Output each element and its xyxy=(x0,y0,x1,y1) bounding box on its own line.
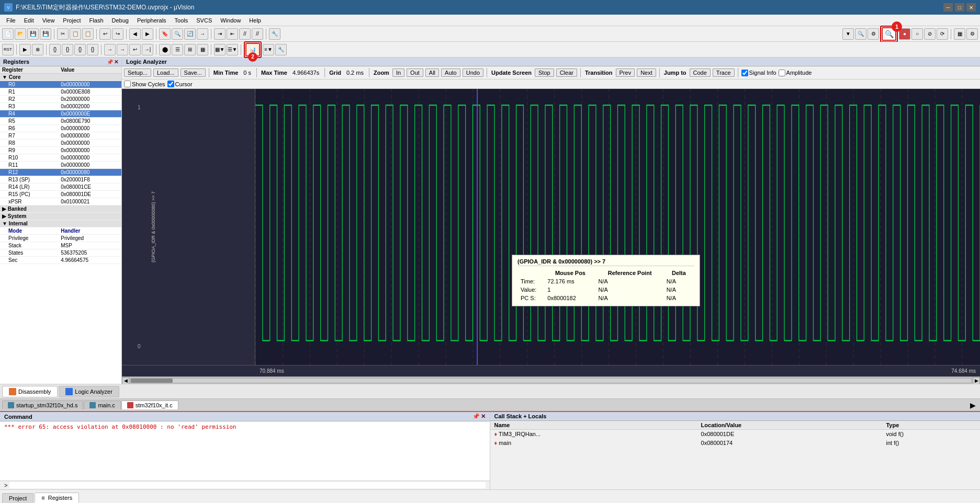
command-input-field[interactable] xyxy=(9,482,485,488)
serial-debug-btn[interactable]: ≡▼ xyxy=(263,44,274,55)
indent-button[interactable]: ⇥ xyxy=(214,28,226,40)
reg-section-banked_section[interactable]: Banked xyxy=(0,205,121,213)
la-signalinfo-checkbox[interactable] xyxy=(741,70,748,76)
brace4-button[interactable]: {} xyxy=(87,44,98,55)
stop-run-button[interactable]: ⊗ xyxy=(32,44,43,55)
command-close-icon[interactable]: ✕ xyxy=(481,413,486,420)
open-file-button[interactable]: 📂 xyxy=(15,28,26,40)
la-load-button[interactable]: Load... xyxy=(153,68,178,77)
reg-core-section[interactable]: Core xyxy=(0,74,121,81)
uncomment-button[interactable]: // xyxy=(252,28,263,40)
paste-button[interactable]: 📋 xyxy=(82,28,94,40)
save-all-button[interactable]: 💾 xyxy=(40,28,51,40)
la-zoom-auto-button[interactable]: Auto xyxy=(441,68,460,77)
tab-project[interactable]: Project xyxy=(2,493,33,503)
unindent-button[interactable]: ⇤ xyxy=(227,28,238,40)
undo-button[interactable]: ↩ xyxy=(99,28,111,40)
redo-button[interactable]: ↪ xyxy=(112,28,123,40)
tab-logic-analyzer[interactable]: Logic Analyzer xyxy=(59,386,119,397)
view-debug-button[interactable]: 🔍 xyxy=(855,28,866,40)
reg-section-system_section[interactable]: System xyxy=(0,213,121,220)
la-cursor-check[interactable]: Cursor xyxy=(167,81,193,87)
la-save-button[interactable]: Save... xyxy=(181,68,206,77)
menu-debug[interactable]: Debug xyxy=(108,16,133,25)
nav-fwd-button[interactable]: ▶ xyxy=(142,28,153,40)
maximize-button[interactable]: □ xyxy=(955,3,964,12)
tab-registers[interactable]: ≡ Registers xyxy=(35,493,79,503)
save-button[interactable]: 💾 xyxy=(27,28,39,40)
replace-button[interactable]: 🔄 xyxy=(184,28,196,40)
la-stop-button[interactable]: Stop xyxy=(535,68,554,77)
la-clear-button[interactable]: Clear xyxy=(556,68,577,77)
settings-button[interactable]: ⚙ xyxy=(868,28,879,40)
view-dropdown[interactable]: ▦▼ xyxy=(214,44,226,55)
rst-button[interactable]: RST xyxy=(2,44,14,55)
la-zoom-in-button[interactable]: In xyxy=(392,68,404,77)
la-showcycles-checkbox[interactable] xyxy=(124,81,131,87)
la-zoom-all-button[interactable]: All xyxy=(425,68,439,77)
editor-tab-startup[interactable]: startup_stm32f10x_hd.s xyxy=(2,401,83,409)
menu-flash[interactable]: Flash xyxy=(85,16,108,25)
reset-button[interactable]: ⟳ xyxy=(937,28,948,40)
nav-back-button[interactable]: ◀ xyxy=(129,28,141,40)
brace3-button[interactable]: {} xyxy=(74,44,86,55)
waveform-svg-container[interactable]: (GPIOA_IDR & 0x00000080) >> 7 Mouse Pos … xyxy=(255,89,980,365)
menu-project[interactable]: Project xyxy=(59,16,85,25)
view-toggle[interactable]: ▦ xyxy=(954,28,965,40)
editor-tab-stm32it[interactable]: stm32f10x_it.c xyxy=(121,401,178,409)
la-trace-button[interactable]: Trace xyxy=(713,68,735,77)
la-zoom-out-button[interactable]: Out xyxy=(407,68,423,77)
tab-disassembly[interactable]: Disassembly xyxy=(2,386,58,397)
scrollbar-track[interactable] xyxy=(130,378,972,383)
build-target-button[interactable]: 🔧 xyxy=(269,28,280,40)
menu-help[interactable]: Help xyxy=(245,16,265,25)
menu-svcs[interactable]: SVCS xyxy=(192,16,216,25)
menu-view[interactable]: View xyxy=(38,16,59,25)
la-amplitude-check[interactable]: Amplitude xyxy=(779,70,812,76)
la-cursor-checkbox[interactable] xyxy=(167,81,174,87)
la-signalinfo-check[interactable]: Signal Info xyxy=(741,70,776,76)
la-amplitude-checkbox[interactable] xyxy=(779,70,785,76)
bookmark-button[interactable]: 🔖 xyxy=(159,28,171,40)
la-setup-button[interactable]: Setup... xyxy=(124,68,151,77)
scrollbar-thumb[interactable] xyxy=(131,379,173,383)
menu-window[interactable]: Window xyxy=(216,16,245,25)
step-over-button[interactable]: → xyxy=(117,44,128,55)
editor-scroll-right[interactable]: ▶ xyxy=(968,401,978,409)
periph-view-btn[interactable]: ☰▼ xyxy=(227,44,238,55)
la-scrollbar[interactable]: ◀ ▶ xyxy=(122,376,980,384)
la-showcycles-check[interactable]: Show Cycles xyxy=(124,81,165,87)
new-file-button[interactable]: 📄 xyxy=(2,28,14,40)
la-code-button[interactable]: Code xyxy=(690,68,711,77)
stop-debug-button[interactable]: ⊘ xyxy=(924,28,936,40)
disassembly-btn[interactable]: ☰ xyxy=(172,44,183,55)
minimize-button[interactable]: ─ xyxy=(943,3,953,12)
comment-button[interactable]: // xyxy=(239,28,251,40)
menu-tools[interactable]: Tools xyxy=(171,16,193,25)
find-button[interactable]: 🔍 xyxy=(172,28,183,40)
tools-btn2[interactable]: 🔧 xyxy=(275,44,287,55)
reg-internal-section[interactable]: Internal xyxy=(0,220,121,227)
command-pin-icon[interactable]: 📌 xyxy=(472,413,480,420)
cut-button[interactable]: ✂ xyxy=(57,28,69,40)
la-next-button[interactable]: Next xyxy=(637,68,656,77)
brace2-button[interactable]: {} xyxy=(62,44,73,55)
breakpoint-toggle[interactable]: ⬤ xyxy=(159,44,171,55)
menu-peripherals[interactable]: Peripherals xyxy=(133,16,171,25)
la-zoom-undo-button[interactable]: Undo xyxy=(463,68,483,77)
scroll-right-button[interactable]: ▶ xyxy=(973,377,980,384)
window-controls[interactable]: ─ □ ✕ xyxy=(943,3,976,12)
mem-window-btn[interactable]: ▦ xyxy=(197,44,208,55)
run-to-cursor-button[interactable]: →| xyxy=(142,44,153,55)
la-prev-button[interactable]: Prev xyxy=(616,68,635,77)
goto-button[interactable]: → xyxy=(197,28,208,40)
panel-pin-icon[interactable]: 📌 xyxy=(107,59,113,65)
run-button[interactable]: ○ xyxy=(911,28,923,40)
debug-options[interactable]: ⚙ xyxy=(966,28,978,40)
target-dropdown[interactable]: ▼ xyxy=(842,28,854,40)
close-button[interactable]: ✕ xyxy=(966,3,976,12)
step-into-button[interactable]: → xyxy=(104,44,116,55)
scroll-left-button[interactable]: ◀ xyxy=(122,377,129,384)
panel-close-icon[interactable]: ✕ xyxy=(114,59,118,65)
brace1-button[interactable]: {} xyxy=(49,44,61,55)
